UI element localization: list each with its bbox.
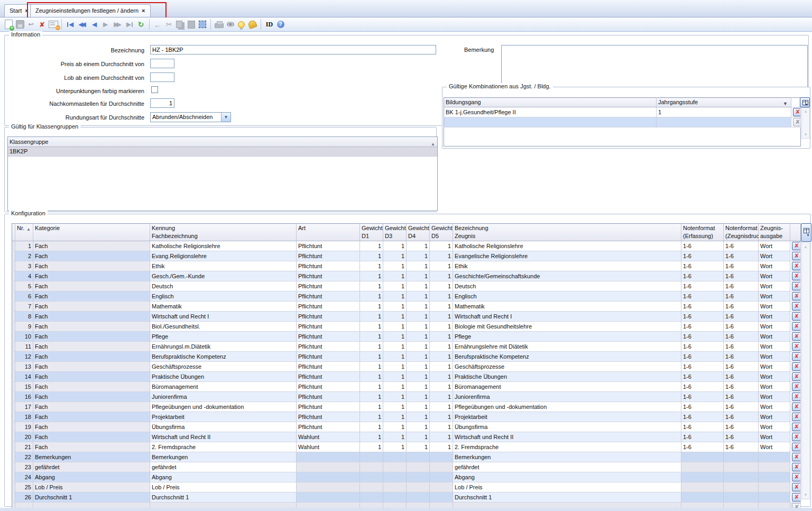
notenformat-zeugnisdruck-cell[interactable]: 1-6: [724, 412, 759, 422]
zeugnisausgabe-cell[interactable]: Wort: [759, 382, 790, 392]
art-cell[interactable]: Pflichtunt: [297, 412, 360, 422]
bezeichnung-zeugnis-cell[interactable]: Geschäftsprozesse: [453, 362, 681, 372]
kennung-cell[interactable]: gefährdet: [150, 462, 297, 472]
delete-row-button[interactable]: ✘: [792, 372, 801, 381]
gewicht-d1-cell[interactable]: 1: [360, 362, 383, 372]
gewicht-d3-cell[interactable]: 1: [383, 251, 407, 261]
gewicht-d1-cell[interactable]: 1: [360, 302, 383, 312]
notenformat-erfassung-cell[interactable]: 1-6: [681, 412, 724, 422]
delete-row-button[interactable]: ✘: [792, 473, 801, 481]
gewicht-d1-cell[interactable]: 1: [360, 402, 383, 412]
remove-form-button[interactable]: −: [48, 19, 59, 30]
kennung-cell[interactable]: Ernährungsl.m.Diätetik: [150, 342, 297, 352]
konfig-row[interactable]: 3FachEthikPflichtunt1111Ethik1-61-6Wort✘: [12, 261, 801, 271]
scroll-up-icon[interactable]: ▲: [802, 244, 809, 249]
art-cell[interactable]: [297, 482, 360, 492]
actions-cell[interactable]: ✘: [790, 281, 801, 291]
copy-button[interactable]: [174, 19, 186, 30]
konfig-row[interactable]: 1FachKatholische ReligionslehrePflichtun…: [12, 241, 801, 251]
kategorie-cell[interactable]: Fach: [33, 382, 150, 392]
gewicht-d1-cell[interactable]: 1: [360, 271, 383, 281]
column-chooser-button[interactable]: ▼: [801, 223, 811, 242]
notenformat-erfassung-cell[interactable]: 1-6: [681, 322, 724, 332]
art-cell[interactable]: Pflichtunt: [297, 302, 360, 312]
tab-start[interactable]: Start×: [4, 4, 34, 17]
notenformat-erfassung-cell[interactable]: 1-6: [681, 372, 724, 382]
kennung-cell[interactable]: Praktische Übungen: [150, 372, 297, 382]
gewicht-d1-cell[interactable]: 1: [360, 442, 383, 452]
zeugnisausgabe-cell[interactable]: Wort: [759, 302, 790, 312]
konfig-row[interactable]: 9FachBiol./Gesundheitsl.Pflichtunt1111Bi…: [12, 322, 801, 332]
gewicht-d5-cell[interactable]: 1: [430, 291, 453, 302]
kennung-cell[interactable]: Abgang: [150, 472, 297, 482]
gewicht-d4-cell[interactable]: 1: [407, 251, 430, 261]
bezeichnung-zeugnis-cell[interactable]: Juniorenfirma: [453, 392, 681, 402]
konfig-row[interactable]: 22BemerkungenBemerkungenBemerkungen✘: [12, 452, 801, 462]
gewicht-d1-cell[interactable]: 1: [360, 281, 383, 291]
kategorie-cell[interactable]: Fach: [33, 412, 150, 422]
gewicht-d5-cell[interactable]: 1: [430, 251, 453, 261]
actions-cell[interactable]: ✘: [790, 261, 801, 271]
save-button[interactable]: [14, 19, 25, 30]
delete-row-button-disabled[interactable]: ✘: [793, 118, 801, 126]
nr-cell[interactable]: 20: [15, 432, 33, 442]
kategorie-cell[interactable]: Fach: [33, 271, 150, 281]
notenformat-zeugnisdruck-cell[interactable]: 1-6: [724, 291, 759, 302]
konfig-col-nr[interactable]: Nr.▲: [15, 224, 33, 241]
nr-cell[interactable]: 17: [15, 402, 33, 412]
actions-cell[interactable]: ✘: [791, 117, 801, 127]
zeugnisausgabe-cell[interactable]: Wort: [759, 322, 790, 332]
kategorie-cell[interactable]: Fach: [33, 392, 150, 402]
gewicht-d5-cell[interactable]: 1: [430, 271, 453, 281]
notenformat-erfassung-cell[interactable]: [681, 452, 724, 462]
delete-row-button[interactable]: ✘: [792, 463, 801, 471]
gewicht-d3-cell[interactable]: 1: [383, 392, 407, 402]
notenformat-erfassung-cell[interactable]: 1-6: [681, 241, 724, 251]
gewicht-d4-cell[interactable]: 1: [407, 281, 430, 291]
gewicht-d3-cell[interactable]: 1: [383, 372, 407, 382]
kategorie-cell[interactable]: Fach: [33, 241, 150, 251]
kombinationen-scrollbar[interactable]: ▲ ▼: [801, 107, 810, 139]
delete-row-button[interactable]: ✘: [792, 302, 801, 311]
actions-cell[interactable]: ✘: [790, 462, 801, 472]
gewicht-d1-cell[interactable]: 1: [360, 382, 383, 392]
gewicht-d3-cell[interactable]: [383, 452, 407, 462]
gewicht-d4-cell[interactable]: [407, 452, 430, 462]
konfiguration-scrollbar[interactable]: ▲ ▼: [801, 242, 810, 499]
kategorie-cell[interactable]: Lob / Preis: [33, 482, 150, 492]
zeugnisausgabe-cell[interactable]: Wort: [759, 352, 790, 362]
gewicht-d4-cell[interactable]: 1: [407, 382, 430, 392]
notenformat-erfassung-cell[interactable]: [681, 492, 724, 503]
art-cell[interactable]: Wahlunt: [297, 432, 360, 442]
nr-cell[interactable]: 9: [15, 322, 33, 332]
zeugnisausgabe-cell[interactable]: Wort: [759, 281, 790, 291]
actions-cell[interactable]: ✘: [790, 271, 801, 281]
actions-cell[interactable]: ✘: [790, 362, 801, 372]
notenformat-erfassung-cell[interactable]: 1-6: [681, 261, 724, 271]
nav-fast-back-button[interactable]: ◀◀: [76, 19, 89, 30]
nav-first-button[interactable]: ◀: [64, 19, 76, 30]
sort-asc-icon[interactable]: ▲: [431, 140, 435, 149]
notenformat-erfassung-cell[interactable]: 1-6: [681, 271, 724, 281]
tab-zeugniseinstellungen[interactable]: Zeugniseinstellungen festlegen / ändern×: [30, 4, 151, 17]
komb-col-jahrgangsstufe[interactable]: Jahrgangsstufe▼: [657, 98, 791, 107]
zeugnisausgabe-cell[interactable]: [759, 452, 790, 462]
notenformat-zeugnisdruck-cell[interactable]: 1-6: [724, 271, 759, 281]
gewicht-d1-cell[interactable]: [360, 482, 383, 492]
konfig-row[interactable]: 14FachPraktische ÜbungenPflichtunt1111Pr…: [12, 372, 801, 382]
notenformat-erfassung-cell[interactable]: 1-6: [681, 332, 724, 342]
konfig-row[interactable]: 18FachProjektarbeitPflichtunt1111Projekt…: [12, 412, 801, 422]
notenformat-zeugnisdruck-cell[interactable]: 1-6: [724, 382, 759, 392]
gewicht-d5-cell[interactable]: 1: [430, 432, 453, 442]
gewicht-d1-cell[interactable]: 1: [360, 312, 383, 322]
gewicht-d1-cell[interactable]: 1: [360, 392, 383, 402]
bemerkung-textarea[interactable]: [501, 45, 808, 88]
kennung-cell[interactable]: Berufspraktische Kompetenz: [150, 352, 297, 362]
nav-back-button[interactable]: ◀: [89, 19, 100, 30]
gewicht-d4-cell[interactable]: 1: [407, 342, 430, 352]
notenformat-erfassung-cell[interactable]: [681, 482, 724, 492]
delete-row-button[interactable]: ✘: [792, 493, 801, 501]
bezeichnung-zeugnis-cell[interactable]: Geschichte/Gemeinschaftskunde: [453, 271, 681, 281]
konfig-row[interactable]: 4FachGesch./Gem.-KundePflichtunt1111Gesc…: [12, 271, 801, 281]
gewicht-d3-cell[interactable]: 1: [383, 302, 407, 312]
